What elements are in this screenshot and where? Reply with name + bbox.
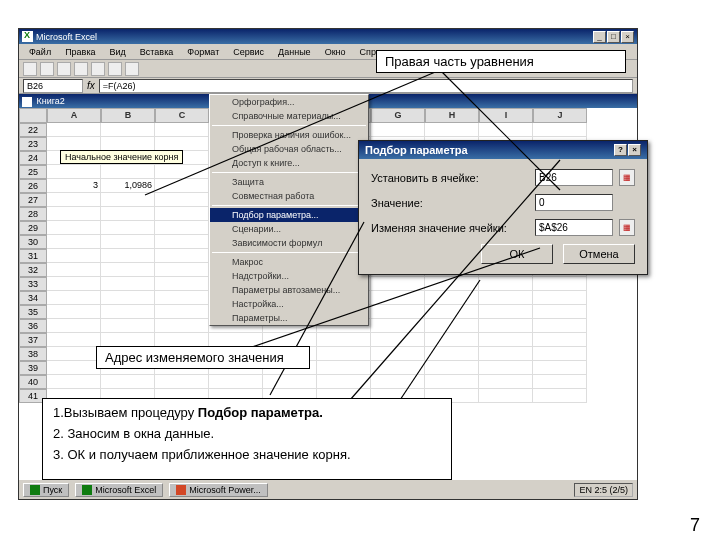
- cell-F37[interactable]: [317, 333, 371, 347]
- formula-input[interactable]: =F(A26): [99, 79, 633, 93]
- cell-I40[interactable]: [479, 375, 533, 389]
- cell-G39[interactable]: [371, 361, 425, 375]
- start-button[interactable]: Пуск: [23, 483, 69, 497]
- cell-A29[interactable]: [47, 221, 101, 235]
- cell-F39[interactable]: [317, 361, 371, 375]
- cell-B32[interactable]: [101, 263, 155, 277]
- cell-I34[interactable]: [479, 291, 533, 305]
- cell-J37[interactable]: [533, 333, 587, 347]
- cell-B29[interactable]: [101, 221, 155, 235]
- cell-I35[interactable]: [479, 305, 533, 319]
- cell-J38[interactable]: [533, 347, 587, 361]
- cell-F38[interactable]: [317, 347, 371, 361]
- cell-A32[interactable]: [47, 263, 101, 277]
- menu-format[interactable]: Формат: [181, 46, 225, 58]
- cell-C29[interactable]: [155, 221, 209, 235]
- cell-C30[interactable]: [155, 235, 209, 249]
- cell-H38[interactable]: [425, 347, 479, 361]
- cell-I38[interactable]: [479, 347, 533, 361]
- menu-view[interactable]: Вид: [104, 46, 132, 58]
- row-header[interactable]: 28: [19, 207, 47, 221]
- menu-insert[interactable]: Вставка: [134, 46, 179, 58]
- col-header[interactable]: G: [371, 108, 425, 123]
- cell-A40[interactable]: [47, 375, 101, 389]
- cell-C31[interactable]: [155, 249, 209, 263]
- row-header[interactable]: 36: [19, 319, 47, 333]
- cell-A37[interactable]: [47, 333, 101, 347]
- cell-B34[interactable]: [101, 291, 155, 305]
- cell-C37[interactable]: [155, 333, 209, 347]
- cell-B23[interactable]: [101, 137, 155, 151]
- taskbar-app-excel[interactable]: Microsoft Excel: [75, 483, 163, 497]
- cell-F40[interactable]: [317, 375, 371, 389]
- cell-G22[interactable]: [371, 123, 425, 137]
- cell-B35[interactable]: [101, 305, 155, 319]
- cell-I36[interactable]: [479, 319, 533, 333]
- row-header[interactable]: 37: [19, 333, 47, 347]
- cell-B22[interactable]: [101, 123, 155, 137]
- cell-A28[interactable]: [47, 207, 101, 221]
- cell-C25[interactable]: [155, 165, 209, 179]
- cell-I41[interactable]: [479, 389, 533, 403]
- cell-A25[interactable]: [47, 165, 101, 179]
- col-header[interactable]: H: [425, 108, 479, 123]
- cell-A27[interactable]: [47, 193, 101, 207]
- row-header[interactable]: 39: [19, 361, 47, 375]
- name-box[interactable]: B26: [23, 79, 83, 93]
- cell-J35[interactable]: [533, 305, 587, 319]
- cell-A39[interactable]: [47, 361, 101, 375]
- cell-A23[interactable]: [47, 137, 101, 151]
- cell-C36[interactable]: [155, 319, 209, 333]
- row-header[interactable]: 25: [19, 165, 47, 179]
- cell-B28[interactable]: [101, 207, 155, 221]
- cell-B25[interactable]: [101, 165, 155, 179]
- save-icon[interactable]: [57, 62, 71, 76]
- cell-A33[interactable]: [47, 277, 101, 291]
- row-header[interactable]: 40: [19, 375, 47, 389]
- menu-item[interactable]: Орфография...: [210, 95, 368, 109]
- menu-data[interactable]: Данные: [272, 46, 317, 58]
- system-tray[interactable]: EN 2:5 (2/5): [574, 483, 633, 497]
- dialog-close-button[interactable]: ×: [628, 144, 641, 156]
- cell-C32[interactable]: [155, 263, 209, 277]
- row-header[interactable]: 34: [19, 291, 47, 305]
- menu-item[interactable]: Сценарии...: [210, 222, 368, 236]
- cell-A38[interactable]: [47, 347, 101, 361]
- minimize-button[interactable]: _: [593, 31, 606, 43]
- menu-item[interactable]: Параметры...: [210, 311, 368, 325]
- cell-J36[interactable]: [533, 319, 587, 333]
- cell-H22[interactable]: [425, 123, 479, 137]
- row-header[interactable]: 24: [19, 151, 47, 165]
- changing-cell-input[interactable]: $A$26: [535, 219, 613, 236]
- menu-edit[interactable]: Правка: [59, 46, 101, 58]
- cell-G40[interactable]: [371, 375, 425, 389]
- paste-icon[interactable]: [125, 62, 139, 76]
- set-cell-input[interactable]: B26: [535, 169, 613, 186]
- cell-C26[interactable]: [155, 179, 209, 193]
- cell-B40[interactable]: [101, 375, 155, 389]
- cell-G37[interactable]: [371, 333, 425, 347]
- menu-item[interactable]: Макрос▶: [210, 255, 368, 269]
- cell-G38[interactable]: [371, 347, 425, 361]
- menu-file[interactable]: Файл: [23, 46, 57, 58]
- row-header[interactable]: 23: [19, 137, 47, 151]
- cell-B36[interactable]: [101, 319, 155, 333]
- row-header[interactable]: 30: [19, 235, 47, 249]
- print-icon[interactable]: [74, 62, 88, 76]
- menu-item[interactable]: Надстройки...: [210, 269, 368, 283]
- maximize-button[interactable]: □: [607, 31, 620, 43]
- row-header[interactable]: 38: [19, 347, 47, 361]
- row-header[interactable]: 26: [19, 179, 47, 193]
- cell-I39[interactable]: [479, 361, 533, 375]
- cell-J22[interactable]: [533, 123, 587, 137]
- cell-I22[interactable]: [479, 123, 533, 137]
- cell-H35[interactable]: [425, 305, 479, 319]
- cell-B27[interactable]: [101, 193, 155, 207]
- cell-G33[interactable]: [371, 277, 425, 291]
- row-header[interactable]: 22: [19, 123, 47, 137]
- cell-B31[interactable]: [101, 249, 155, 263]
- cell-J40[interactable]: [533, 375, 587, 389]
- cell-D40[interactable]: [209, 375, 263, 389]
- open-icon[interactable]: [40, 62, 54, 76]
- menu-item[interactable]: Защита▶: [210, 175, 368, 189]
